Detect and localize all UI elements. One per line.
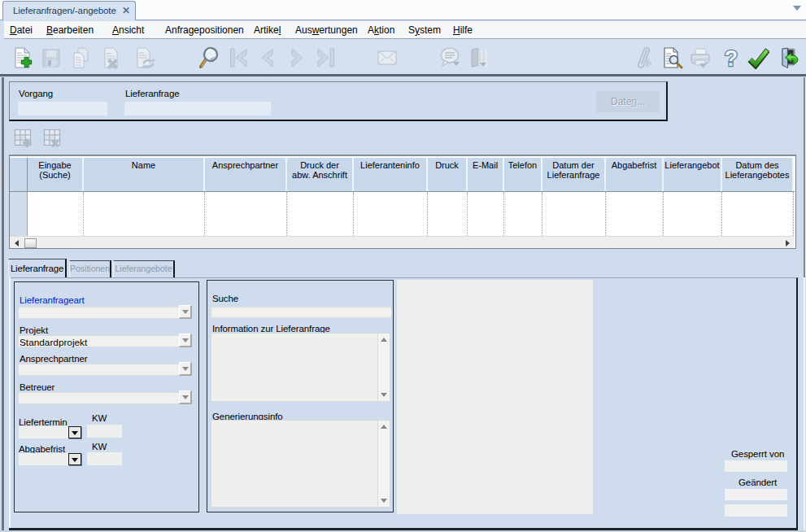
svg-text:?: ?: [725, 46, 738, 69]
